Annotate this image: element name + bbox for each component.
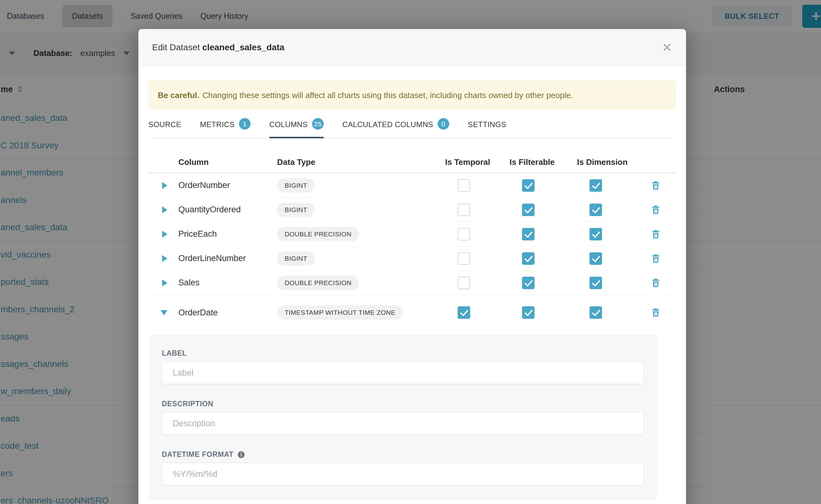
columns-table: Column Data Type Is Temporal Is Filterab… xyxy=(148,138,676,330)
description-input[interactable] xyxy=(162,412,644,435)
caret-right-icon xyxy=(162,231,167,238)
trash-icon xyxy=(650,180,661,191)
caret-right-icon xyxy=(162,182,167,189)
tab-settings[interactable]: SETTINGS xyxy=(468,120,507,138)
checkbox-is-filterable[interactable] xyxy=(522,252,535,265)
checkbox-is-dimension[interactable] xyxy=(590,252,602,265)
expand-column-toggle[interactable] xyxy=(148,279,170,286)
info-icon[interactable] xyxy=(237,451,245,459)
caret-down-icon xyxy=(161,310,167,315)
checkbox-is-filterable[interactable] xyxy=(522,204,535,216)
trash-icon xyxy=(650,253,661,264)
checkbox-is-temporal[interactable] xyxy=(458,179,470,192)
expand-column-toggle[interactable] xyxy=(148,255,170,262)
checkbox-is-temporal[interactable] xyxy=(458,204,470,216)
column-name: OrderDate xyxy=(170,308,270,318)
checkbox-is-dimension[interactable] xyxy=(590,179,602,192)
trash-icon xyxy=(650,205,661,215)
delete-column-button[interactable] xyxy=(635,229,676,240)
column-row-ordernumber: OrderNumberBIGINT xyxy=(148,173,676,198)
tab-label: CALCULATED COLUMNS xyxy=(342,120,433,138)
column-row-orderlinenumber: OrderLineNumberBIGINT xyxy=(148,246,676,271)
label-field-heading: LABEL xyxy=(162,349,644,358)
label-input[interactable] xyxy=(162,362,644,384)
checkbox-is-dimension[interactable] xyxy=(590,204,602,216)
column-name: OrderLineNumber xyxy=(170,254,270,263)
delete-column-button[interactable] xyxy=(635,180,676,191)
tab-label: COLUMNS xyxy=(269,120,308,138)
delete-column-button[interactable] xyxy=(635,278,676,288)
tab-label: SETTINGS xyxy=(468,120,507,138)
trash-icon xyxy=(650,229,661,240)
tab-label: SOURCE xyxy=(148,120,181,138)
data-type-pill: TIMESTAMP WITHOUT TIME ZONE xyxy=(277,305,403,320)
caret-right-icon xyxy=(162,279,167,286)
caret-right-icon xyxy=(162,255,167,262)
tab-count-badge: 25 xyxy=(312,118,324,130)
trash-icon xyxy=(650,278,661,288)
column-name: Sales xyxy=(170,278,270,288)
tab-columns[interactable]: COLUMNS25 xyxy=(269,120,324,138)
warning-banner: Be careful. Changing these settings will… xyxy=(148,81,676,110)
data-type-pill: DOUBLE PRECISION xyxy=(277,227,359,241)
expand-column-toggle[interactable] xyxy=(148,231,170,238)
checkbox-is-filterable[interactable] xyxy=(522,228,535,240)
column-row-priceeach: PriceEachDOUBLE PRECISION xyxy=(148,222,676,246)
checkbox-is-dimension[interactable] xyxy=(590,228,602,240)
tab-label: METRICS xyxy=(200,120,235,138)
checkbox-is-filterable[interactable] xyxy=(522,179,535,192)
datetime-format-field-heading: DATETIME FORMAT xyxy=(162,450,644,459)
expand-column-toggle[interactable] xyxy=(148,310,170,315)
checkbox-is-dimension[interactable] xyxy=(590,277,602,289)
modal-header: Edit Dataset cleaned_sales_data ✕ xyxy=(138,29,686,66)
column-name: QuantityOrdered xyxy=(170,205,270,215)
checkbox-is-dimension[interactable] xyxy=(590,306,602,319)
modal-tabs: SOURCEMETRICS1COLUMNS25CALCULATED COLUMN… xyxy=(148,120,676,138)
data-type-pill: DOUBLE PRECISION xyxy=(277,276,359,290)
trash-icon xyxy=(650,307,661,318)
data-type-pill: BIGINT xyxy=(277,203,314,217)
checkbox-is-filterable[interactable] xyxy=(522,306,535,319)
column-row-sales: SalesDOUBLE PRECISION xyxy=(148,271,676,295)
column-row-orderdate: OrderDateTIMESTAMP WITHOUT TIME ZONE xyxy=(148,295,676,330)
description-field-heading: DESCRIPTION xyxy=(162,400,644,408)
columns-table-header: Column Data Type Is Temporal Is Filterab… xyxy=(148,138,676,173)
tab-metrics[interactable]: METRICS1 xyxy=(200,120,250,138)
expand-column-toggle[interactable] xyxy=(148,206,170,213)
tab-count-badge: 1 xyxy=(239,118,250,130)
tab-count-badge: 0 xyxy=(438,118,449,130)
data-type-pill: BIGINT xyxy=(277,251,314,266)
column-detail-panel: LABEL DESCRIPTION DATETIME FORMAT xyxy=(149,335,657,500)
delete-column-button[interactable] xyxy=(635,253,676,264)
datetime-format-input[interactable] xyxy=(162,463,644,485)
column-name: OrderNumber xyxy=(170,180,270,190)
caret-right-icon xyxy=(162,206,167,213)
column-name: PriceEach xyxy=(170,229,270,239)
edit-dataset-modal: Edit Dataset cleaned_sales_data ✕ Be car… xyxy=(138,29,686,504)
tab-source[interactable]: SOURCE xyxy=(148,120,181,138)
delete-column-button[interactable] xyxy=(635,307,676,318)
modal-title: Edit Dataset cleaned_sales_data xyxy=(152,42,284,52)
checkbox-is-temporal[interactable] xyxy=(458,252,470,265)
tab-calculated-columns[interactable]: CALCULATED COLUMNS0 xyxy=(342,120,449,138)
checkbox-is-temporal[interactable] xyxy=(458,277,470,289)
checkbox-is-filterable[interactable] xyxy=(522,277,535,289)
close-icon[interactable]: ✕ xyxy=(662,41,672,54)
delete-column-button[interactable] xyxy=(635,205,676,215)
expand-column-toggle[interactable] xyxy=(148,182,170,189)
modal-title-dataset-name: cleaned_sales_data xyxy=(202,42,284,52)
data-type-pill: BIGINT xyxy=(277,178,314,193)
column-row-quantityordered: QuantityOrderedBIGINT xyxy=(148,198,676,222)
checkbox-is-temporal[interactable] xyxy=(458,228,470,240)
checkbox-is-temporal[interactable] xyxy=(458,306,470,319)
